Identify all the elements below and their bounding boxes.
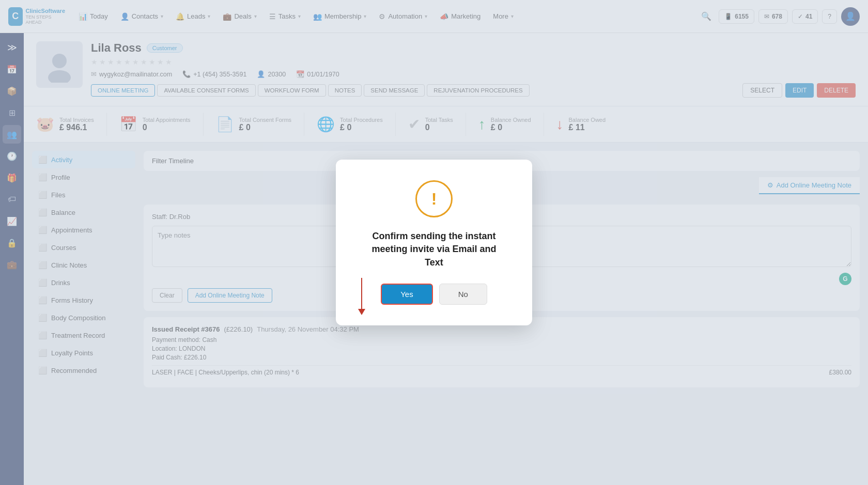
modal-no-button[interactable]: No [439,284,487,305]
modal-buttons: Yes No [362,284,506,305]
modal-title: Confirm sending the instant meeting invi… [362,230,506,269]
modal-yes-button[interactable]: Yes [381,284,432,305]
confirm-modal: ! Confirm sending the instant meeting in… [336,160,532,325]
modal-warning-icon: ! [415,180,453,217]
arrow-line [361,278,362,309]
modal-overlay: ! Confirm sending the instant meeting in… [0,0,868,485]
pointer-arrow [358,278,365,315]
arrow-head [358,309,365,315]
